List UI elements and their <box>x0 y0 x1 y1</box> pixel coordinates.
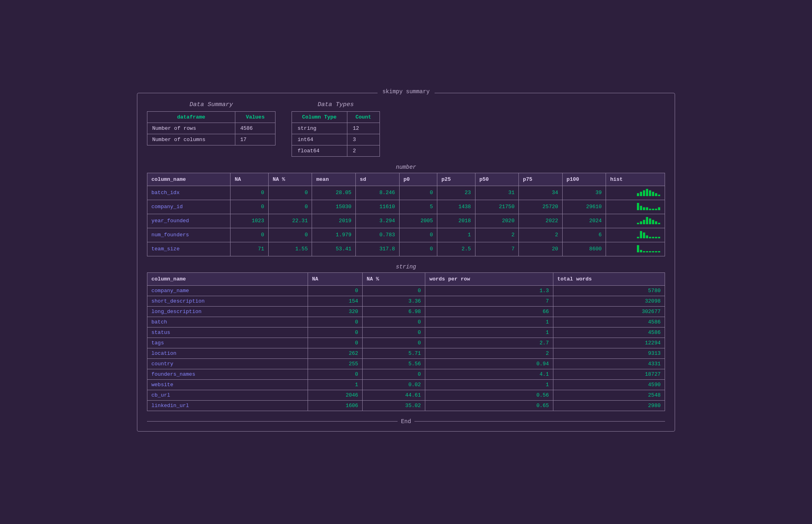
hist-cell <box>606 242 665 256</box>
svg-rect-34 <box>643 251 645 252</box>
table-row: Number of rows4586 <box>147 123 275 134</box>
app-title: skimpy summary <box>377 88 435 95</box>
hist-cell <box>606 228 665 242</box>
hist-cell <box>606 186 665 200</box>
svg-rect-23 <box>658 223 661 224</box>
table-row: Number of columns17 <box>147 134 275 145</box>
table-row: year_founded102322.3120193.2942005201820… <box>147 214 665 228</box>
table-row: long_description3206.9866302677 <box>147 306 665 317</box>
string-label: string <box>147 264 665 270</box>
table-row: float642 <box>292 145 380 156</box>
table-row: team_size711.5553.41317.802.57208600 <box>147 242 665 256</box>
data-types-block: Data Types Column Type Count string12int… <box>292 101 380 157</box>
svg-rect-16 <box>637 223 639 224</box>
svg-rect-7 <box>658 194 661 196</box>
svg-rect-31 <box>658 237 661 238</box>
svg-rect-13 <box>652 209 655 210</box>
number-table: column_nameNANA %meansdp0p25p50p75p100hi… <box>147 173 665 256</box>
svg-rect-3 <box>646 189 649 196</box>
summary-col-header-0: dataframe <box>147 111 235 123</box>
table-row: location2625.7129313 <box>147 348 665 358</box>
types-col-header-1: Count <box>347 111 379 123</box>
string-section: string column_nameNANA %words per rowtot… <box>147 264 665 411</box>
table-row: company_name001.35780 <box>147 285 665 296</box>
table-row: cb_url204644.610.562548 <box>147 390 665 400</box>
data-types-title: Data Types <box>292 101 380 108</box>
table-row: short_description1543.36732098 <box>147 296 665 306</box>
table-row: country2555.560.944331 <box>147 358 665 369</box>
number-label: number <box>147 164 665 170</box>
table-row: status0014586 <box>147 327 665 338</box>
footer: End <box>147 418 665 425</box>
svg-rect-19 <box>646 217 649 224</box>
svg-rect-15 <box>658 207 661 210</box>
hist-cell <box>606 200 665 214</box>
svg-rect-18 <box>643 220 645 224</box>
svg-rect-33 <box>640 250 643 252</box>
svg-rect-39 <box>658 251 661 252</box>
svg-rect-14 <box>655 209 657 210</box>
svg-rect-10 <box>643 207 645 210</box>
svg-rect-22 <box>655 221 657 224</box>
table-row: batch_idx0028.058.246023313439 <box>147 186 665 200</box>
svg-rect-38 <box>655 251 657 252</box>
svg-rect-36 <box>649 251 651 252</box>
svg-rect-27 <box>646 235 649 238</box>
svg-rect-9 <box>640 206 643 210</box>
table-row: company_id001503011610514382175025720296… <box>147 200 665 214</box>
svg-rect-11 <box>646 207 649 210</box>
table-row: website10.0214590 <box>147 379 665 390</box>
hist-cell <box>606 214 665 228</box>
svg-rect-6 <box>655 193 657 196</box>
table-row: tags002.712294 <box>147 338 665 348</box>
types-col-header-0: Column Type <box>292 111 347 123</box>
number-section: number column_nameNANA %meansdp0p25p50p7… <box>147 164 665 256</box>
svg-rect-32 <box>637 245 639 252</box>
svg-rect-4 <box>649 190 651 196</box>
svg-rect-35 <box>646 251 649 252</box>
table-row: num_founders001.9790.78301226 <box>147 228 665 242</box>
svg-rect-12 <box>649 209 651 210</box>
svg-rect-25 <box>640 231 643 238</box>
svg-rect-20 <box>649 218 651 224</box>
svg-rect-37 <box>652 251 655 252</box>
summary-col-header-1: Values <box>235 111 275 123</box>
svg-rect-2 <box>643 190 645 196</box>
data-types-table: Column Type Count string12int643float642 <box>292 111 380 157</box>
top-section: Data Summary dataframe Values Number of … <box>147 101 665 157</box>
string-table: column_nameNANA %words per rowtotal word… <box>147 272 665 411</box>
table-row: batch0014586 <box>147 317 665 327</box>
svg-rect-21 <box>652 220 655 224</box>
svg-rect-8 <box>637 203 639 210</box>
svg-rect-26 <box>643 232 645 238</box>
svg-rect-30 <box>655 237 657 238</box>
data-summary-title: Data Summary <box>147 101 275 108</box>
table-row: int643 <box>292 134 380 145</box>
svg-rect-24 <box>637 237 639 238</box>
svg-rect-28 <box>649 237 651 238</box>
svg-rect-1 <box>640 192 643 196</box>
main-container: skimpy summary Data Summary dataframe Va… <box>137 93 675 432</box>
svg-rect-5 <box>652 192 655 196</box>
svg-rect-29 <box>652 237 655 238</box>
svg-rect-17 <box>640 221 643 224</box>
table-row: linkedin_url160635.020.652980 <box>147 400 665 411</box>
data-summary-table: dataframe Values Number of rows4586Numbe… <box>147 111 275 145</box>
svg-rect-0 <box>637 193 639 196</box>
table-row: founders_names004.118727 <box>147 369 665 379</box>
data-summary-block: Data Summary dataframe Values Number of … <box>147 101 275 157</box>
end-label: End <box>401 418 411 425</box>
table-row: string12 <box>292 123 380 134</box>
